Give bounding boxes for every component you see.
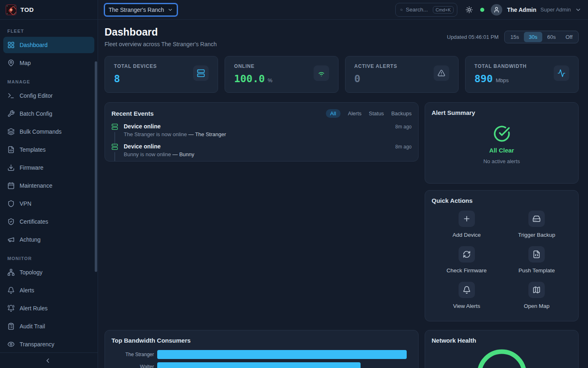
sidebar-section-monitor: MONITOR — [3, 252, 94, 264]
search-box[interactable]: Cmd+K — [395, 3, 457, 17]
tab-all[interactable]: All — [326, 109, 341, 118]
alert-detail-text: No active alerts — [483, 158, 520, 164]
quick-action-add-device[interactable]: Add Device — [432, 211, 502, 238]
sidebar-item-label: Config Editor — [20, 92, 53, 99]
quick-action-view-alerts[interactable]: View Alerts — [432, 282, 502, 309]
quick-actions-panel: Quick Actions Add Device Trigger Backup … — [425, 190, 579, 321]
wifi-icon — [317, 69, 325, 77]
sidebar-item-batch-config[interactable]: Batch Config — [3, 105, 94, 122]
terminal-icon — [7, 92, 15, 99]
sidebar-item-label: Certificates — [20, 218, 48, 225]
sidebar-item-label: Dashboard — [20, 42, 48, 48]
theme-toggle-button[interactable] — [466, 6, 473, 13]
page-title: Dashboard — [105, 26, 217, 38]
file-code-icon — [532, 250, 541, 258]
sidebar-item-transparency[interactable]: Transparency — [3, 336, 94, 352]
sidebar-collapse-button[interactable] — [44, 356, 54, 366]
quick-action-push-template[interactable]: Push Template — [502, 246, 572, 274]
event-row[interactable]: Device online 8m ago The Stranger is now… — [111, 123, 412, 138]
bar-category-label: The Stranger — [111, 352, 157, 357]
sidebar-item-alert-rules[interactable]: Alert Rules — [3, 300, 94, 316]
bell-ring-icon — [7, 305, 15, 312]
sidebar-item-audit-trail[interactable]: Audit Trail — [3, 318, 94, 334]
quick-action-label: Trigger Backup — [518, 232, 555, 238]
tab-alerts[interactable]: Alerts — [348, 109, 361, 118]
sidebar-item-achtung[interactable]: Achtung — [3, 231, 94, 248]
events-filter-tabs: All Alerts Status Backups — [326, 109, 412, 118]
fleet-selector-value: The Stranger's Ranch — [109, 7, 164, 13]
sidebar-item-label: Achtung — [20, 236, 40, 243]
sidebar: TOD FLEET Dashboard Map MANAGE Config Ed… — [0, 0, 98, 368]
sidebar-item-dashboard[interactable]: Dashboard — [3, 37, 94, 53]
server-icon — [111, 144, 118, 150]
sidebar-item-label: Bulk Commands — [20, 128, 62, 135]
quick-action-label: Open Map — [524, 303, 550, 309]
tab-backups[interactable]: Backups — [391, 109, 412, 118]
sidebar-item-vpn[interactable]: VPN — [3, 195, 94, 212]
server-icon — [111, 123, 118, 130]
alert-summary-title: Alert Summary — [432, 109, 572, 116]
bandwidth-bar — [157, 362, 361, 368]
sidebar-item-label: Map — [20, 60, 31, 66]
interval-60s-button[interactable]: 60s — [542, 32, 561, 42]
interval-30s-button[interactable]: 30s — [524, 32, 542, 42]
alert-summary-panel: Alert Summary All Clear No active alerts — [425, 102, 579, 184]
bell-icon — [7, 287, 15, 294]
sidebar-item-label: Batch Config — [20, 110, 52, 117]
sidebar-item-config-editor[interactable]: Config Editor — [3, 88, 94, 104]
sidebar-item-map[interactable]: Map — [3, 55, 94, 71]
sidebar-item-label: Alert Rules — [20, 305, 47, 312]
stat-label: ACTIVE ALERTS — [354, 63, 397, 69]
tab-status[interactable]: Status — [369, 109, 384, 118]
interval-off-button[interactable]: Off — [561, 32, 577, 42]
fleet-selector[interactable]: The Stranger's Ranch — [105, 4, 177, 16]
eye-icon — [7, 341, 15, 348]
interval-15s-button[interactable]: 15s — [506, 32, 524, 42]
connection-status-dot — [480, 8, 484, 12]
network-health-title: Network Health — [432, 337, 476, 344]
user-icon — [493, 7, 500, 13]
sidebar-item-label: Transparency — [20, 341, 54, 348]
avatar[interactable] — [491, 4, 502, 16]
event-row[interactable]: Device online 8m ago Bunny is now online… — [111, 143, 412, 158]
stat-cards: TOTAL DEVICES 8 ONLINE 100.0 % ACTIVE AL… — [105, 56, 579, 93]
bell-icon — [463, 286, 471, 294]
stat-card-online: ONLINE 100.0 % — [225, 56, 338, 93]
user-menu-chevron-icon[interactable] — [575, 7, 581, 13]
stat-label: TOTAL DEVICES — [114, 63, 157, 69]
sidebar-item-alerts[interactable]: Alerts — [3, 282, 94, 298]
sidebar-item-maintenance[interactable]: Maintenance — [3, 177, 94, 194]
bar-category-label: Walter — [111, 364, 157, 368]
sidebar-item-firmware[interactable]: Firmware — [3, 159, 94, 176]
sidebar-item-topology[interactable]: Topology — [3, 264, 94, 280]
event-title: Device online — [124, 143, 160, 150]
sidebar-header: TOD — [0, 0, 98, 20]
quick-action-open-map[interactable]: Open Map — [502, 282, 572, 309]
quick-actions-title: Quick Actions — [432, 197, 472, 204]
refresh-icon — [463, 250, 471, 258]
sidebar-item-label: Maintenance — [20, 182, 52, 189]
quick-action-trigger-backup[interactable]: Trigger Backup — [502, 211, 572, 238]
activity-icon — [557, 69, 566, 77]
alert-triangle-icon — [437, 69, 445, 77]
sidebar-item-templates[interactable]: Templates — [3, 141, 94, 158]
stat-label: ONLINE — [234, 63, 272, 69]
calendar-icon — [7, 182, 15, 189]
wrench-icon — [7, 110, 15, 117]
sidebar-footer — [0, 352, 98, 368]
sidebar-item-label: Firmware — [20, 164, 43, 171]
bar-row: The Stranger — [111, 350, 412, 359]
quick-action-label: Push Template — [519, 267, 555, 274]
stat-label: TOTAL BANDWIDTH — [474, 63, 527, 69]
sidebar-scrollbar-thumb[interactable] — [95, 61, 97, 272]
bandwidth-chart-title: Top Bandwidth Consumers — [111, 337, 191, 344]
quick-action-check-firmware[interactable]: Check Firmware — [432, 246, 502, 274]
page-subtitle: Fleet overview across The Stranger's Ran… — [105, 41, 217, 47]
user-name: The Admin — [507, 7, 537, 13]
search-input[interactable] — [406, 7, 430, 13]
sidebar-item-certificates[interactable]: Certificates — [3, 213, 94, 230]
clipboard-list-icon — [7, 323, 15, 330]
recent-events-title: Recent Events — [111, 110, 154, 117]
event-message: Bunny is now online — [124, 151, 171, 157]
sidebar-item-bulk-commands[interactable]: Bulk Commands — [3, 123, 94, 140]
